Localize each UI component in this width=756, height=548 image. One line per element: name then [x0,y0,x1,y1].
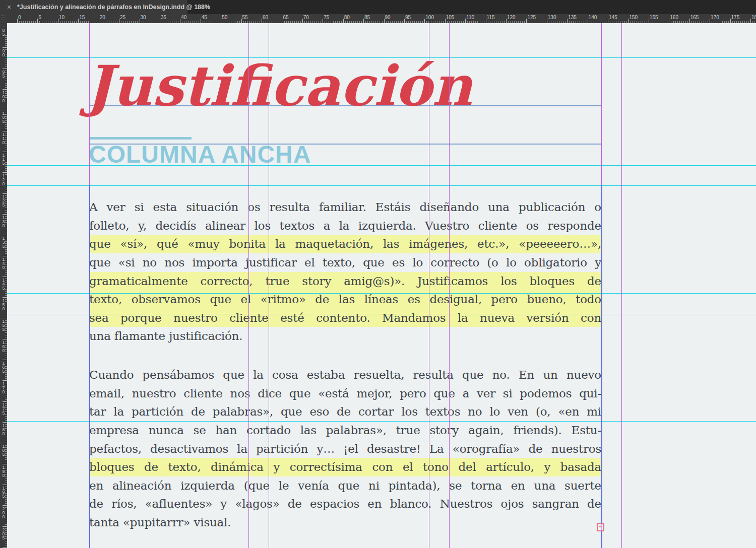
ruler-label-v: 200 [1,506,6,518]
cyan-guide[interactable] [7,314,756,314]
paragraph[interactable]: A ver si esta situación os resulta famil… [89,198,601,346]
cyan-guide[interactable] [7,185,756,186]
horizontal-ruler[interactable]: 0510152025303540455055606570758085909510… [7,14,756,24]
ruler-label-h: 30 [140,15,146,20]
ruler-label-h: 20 [100,15,105,20]
ruler-origin-corner[interactable] [0,14,8,24]
text-line[interactable]: pefactos, desactivamos la partición y… ¡… [89,440,601,458]
ruler-label-h: 40 [181,15,186,20]
ruler-label-h: 120 [507,15,516,20]
text-line[interactable]: que «sí», qué «muy bonita la maquetación… [89,235,601,253]
ruler-label-h: 130 [548,15,556,20]
ruler-label-v: 195 [1,486,6,498]
ruler-label-h: 0 [18,15,21,20]
cyan-guide[interactable] [7,421,756,422]
ruler-label-v: 125 [1,194,6,207]
cyan-guide[interactable] [7,37,756,37]
ruler-label-v: 175 [1,402,6,415]
text-line[interactable]: que «si no nos importa justificar el tex… [89,253,601,272]
text-line[interactable]: tanta «pupitarrr» visual. [89,513,601,532]
ruler-label-h: 160 [670,15,678,20]
column-guide[interactable] [248,23,249,548]
ruler-label-h: 5 [38,15,41,20]
paragraph[interactable]: Cuando pensábamos que la cosa estaba res… [89,366,601,532]
cyan-guide[interactable] [7,442,756,442]
ruler-label-h: 140 [589,15,597,20]
column-guide[interactable] [269,23,269,548]
cyan-guide[interactable] [7,293,756,294]
text-frame-edge[interactable] [89,185,90,548]
ruler-label-h: 100 [425,15,434,20]
ruler-label-h: 155 [650,15,658,20]
close-icon[interactable]: × [7,0,11,14]
ruler-label-v: 150 [1,298,6,310]
ruler-label-v: 155 [1,319,6,331]
text-line[interactable]: tar la partición de palabras», que eso d… [89,402,601,421]
ruler-label-h: 90 [385,15,390,20]
ruler-label-v: 190 [1,465,6,477]
ruler-label-h: 95 [405,15,411,20]
ruler-label-h: 110 [466,15,474,20]
ruler-label-h: 45 [202,15,207,20]
ruler-label-h: 50 [222,15,227,20]
text-line[interactable]: gramaticalmente correcto, true story ami… [89,272,601,291]
text-line[interactable]: email, nuestro cliente nos dice que «est… [89,384,601,403]
document-tab[interactable]: × *Justificación y alineación de párrafo… [0,0,188,14]
ruler-label-h: 150 [629,15,638,20]
ruler-label-h: 170 [711,15,719,20]
ruler-label-h: 165 [690,15,699,20]
tab-title: *Justificación y alineación de párrafos … [17,0,210,14]
text-line[interactable]: bloques de texto, dinámica y correctísim… [89,458,601,476]
ruler-label-v: 105 [1,111,6,123]
ruler-label-v: 90 [1,48,6,56]
ruler-label-v: 130 [1,215,6,227]
ruler-label-h: 25 [120,15,125,20]
ruler-label-v: 160 [1,340,6,352]
column-guide[interactable] [449,23,450,548]
text-line[interactable]: sea porque nuestro cliente esté contento… [89,309,601,327]
ruler-label-h: 125 [527,15,536,20]
ruler-label-v: 115 [1,153,6,165]
ruler-label-h: 10 [59,15,65,20]
ruler-label-h: 180 [751,15,756,20]
ruler-label-h: 105 [446,15,455,20]
text-line[interactable]: una flamante justificación. [89,327,601,346]
column-guide[interactable] [429,23,429,548]
ruler-label-h: 70 [303,15,309,20]
text-line[interactable]: en alineación izquierda (que le venía qu… [89,476,601,495]
cyan-guide[interactable] [7,57,756,58]
text-line[interactable]: A ver si esta situación os resulta famil… [89,198,601,217]
ruler-label-v: 100 [1,90,6,102]
ruler-label-h: 65 [283,15,288,20]
cyan-guide[interactable] [7,165,756,166]
text-line[interactable]: Cuando pensábamos que la cosa estaba res… [89,366,601,384]
ruler-label-v: 185 [1,444,6,456]
ruler-label-v: 95 [1,70,6,78]
ruler-label-h: 15 [79,15,85,20]
text-line[interactable]: empresa nunca se han cortado las palabra… [89,421,601,440]
ruler-label-v: 165 [1,361,6,373]
document-canvas[interactable]: Justificación COLUMNA ANCHA A ver si est… [7,23,756,548]
ruler-label-v: 135 [1,236,6,248]
ruler-label-v: 170 [1,381,6,393]
ruler-label-h: 55 [242,15,248,20]
vertical-ruler[interactable]: 8590951001051101151201251301351401451501… [0,23,8,548]
column-guide[interactable] [621,23,622,548]
ruler-label-h: 135 [568,15,577,20]
ruler-label-v: 120 [1,173,6,185]
ruler-label-h: 35 [161,15,166,20]
ruler-label-h: 80 [344,15,350,20]
indesign-window: × *Justificación y alineación de párrafo… [0,0,756,548]
ruler-label-v: 180 [1,423,6,435]
text-outport-marker[interactable] [597,523,604,531]
tab-bar: × *Justificación y alineación de párrafo… [0,0,756,14]
text-line[interactable]: folleto, y, decidís alinear los textos a… [89,217,601,235]
ruler-label-v: 85 [1,28,6,36]
text-line[interactable]: de ríos, «afluentes» y «lagos» de espaci… [89,495,601,513]
ruler-label-v: 205 [1,527,6,539]
article-title[interactable]: Justificación [86,48,472,124]
heading-rule-bar[interactable] [89,137,192,140]
section-heading[interactable]: COLUMNA ANCHA [89,142,311,167]
ruler-label-v: 110 [1,132,6,144]
text-frame-edge[interactable] [601,185,602,548]
